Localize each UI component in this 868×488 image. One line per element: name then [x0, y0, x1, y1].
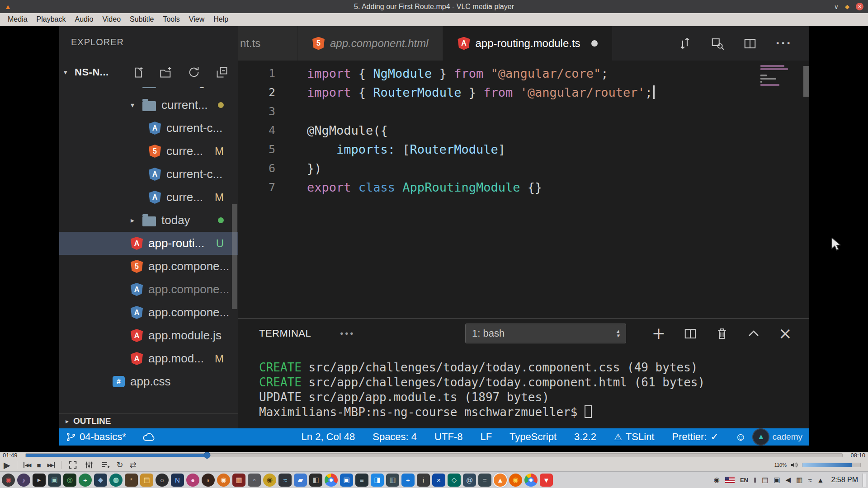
- taskbar-firefox-browser-icon[interactable]: ◉: [509, 474, 522, 487]
- tab-nt-ts[interactable]: nt.ts: [238, 26, 298, 61]
- collapse-all-icon[interactable]: [216, 66, 228, 79]
- taskbar-recorder-icon[interactable]: ◉: [2, 474, 15, 487]
- editor-scrollbar[interactable]: [803, 66, 809, 97]
- stop-button[interactable]: ■: [37, 460, 41, 470]
- taskbar-gray-app-icon[interactable]: ▫: [248, 474, 261, 487]
- tree-file-current-c[interactable]: Acurrent-c...: [59, 117, 238, 140]
- taskbar-chrome-browser-icon[interactable]: [325, 474, 338, 487]
- playlist-button[interactable]: [100, 460, 110, 470]
- taskbar-file-manager-icon[interactable]: ▰: [294, 474, 307, 487]
- code-editor[interactable]: 1234567 import { NgModule } from "@angul…: [238, 61, 809, 318]
- taskbar-blue-ide-icon[interactable]: ▣: [340, 474, 353, 487]
- taskbar-chrome-browser-2-icon[interactable]: [524, 474, 538, 487]
- terminal-more-icon[interactable]: •••: [340, 328, 355, 339]
- taskbar-screenshot-app-icon[interactable]: ◧: [309, 474, 322, 487]
- previous-button[interactable]: ◀◀: [24, 460, 31, 470]
- taskbar-wave-app-icon[interactable]: ≈: [278, 474, 292, 487]
- tab-app-routing-module-ts[interactable]: Aapp-routing.module.ts: [443, 26, 612, 61]
- taskbar-blue-x-app-icon[interactable]: ×: [432, 474, 445, 487]
- menu-view[interactable]: View: [185, 14, 208, 25]
- status-utf-8[interactable]: UTF-8: [434, 431, 462, 443]
- terminal-output[interactable]: CREATE src/app/challenges/today/today.co…: [238, 348, 809, 420]
- taskbar-red-grid-app-icon[interactable]: ▦: [232, 474, 245, 487]
- loop-button[interactable]: ↻: [117, 460, 123, 470]
- status-tslint[interactable]: ⚠TSLint: [614, 431, 655, 443]
- tray-expand-icon[interactable]: ▲: [817, 476, 824, 484]
- menu-playback[interactable]: Playback: [33, 14, 70, 25]
- maximize-icon[interactable]: ◆: [845, 3, 849, 10]
- outline-section[interactable]: ▸ OUTLINE: [59, 413, 238, 428]
- explorer-section-header[interactable]: ▾ NS-N...: [59, 58, 238, 87]
- taskbar-package-app-icon[interactable]: ◆: [94, 474, 107, 487]
- status-lf[interactable]: LF: [480, 431, 492, 443]
- new-terminal-icon[interactable]: +: [652, 327, 665, 340]
- keyboard-indicator-icon[interactable]: ▦: [796, 476, 802, 484]
- clipboard-indicator-icon[interactable]: ▣: [774, 476, 780, 484]
- taskbar-calc-app-icon[interactable]: =: [478, 474, 491, 487]
- close-icon[interactable]: ×: [856, 3, 863, 10]
- tree-file-curre[interactable]: Acurre...M: [59, 186, 238, 209]
- language-indicator[interactable]: EN: [740, 477, 748, 483]
- explorer-scrollbar[interactable]: [232, 204, 237, 309]
- taskbar-vlc-taskbar-icon[interactable]: ▲: [494, 474, 507, 487]
- status-spaces-4[interactable]: Spaces: 4: [373, 431, 417, 443]
- menu-subtitle[interactable]: Subtitle: [126, 14, 158, 25]
- seek-slider[interactable]: [25, 453, 843, 457]
- minimap[interactable]: [760, 65, 799, 87]
- terminal-tab[interactable]: TERMINAL: [259, 328, 311, 339]
- taskbar-blue-doc-app-icon[interactable]: ◨: [371, 474, 384, 487]
- taskbar-clock[interactable]: 2:58 PM: [831, 476, 858, 484]
- taskbar-build-tool-icon[interactable]: *: [125, 474, 138, 487]
- extended-settings-button[interactable]: [84, 460, 94, 470]
- taskbar-list-app-icon[interactable]: ≡: [355, 474, 368, 487]
- volume-slider[interactable]: [802, 463, 861, 467]
- taskbar-downloader-app-icon[interactable]: ▼: [540, 474, 553, 487]
- status-typescript[interactable]: TypeScript: [509, 431, 557, 443]
- taskbar-info-app-icon[interactable]: i: [417, 474, 430, 487]
- taskbar-pink-app-icon[interactable]: ●: [186, 474, 199, 487]
- network-indicator-icon[interactable]: ≈: [808, 476, 811, 484]
- menu-tools[interactable]: Tools: [159, 14, 184, 25]
- git-branch-item[interactable]: 04-basics*: [66, 431, 126, 443]
- taskbar-teal-app-icon[interactable]: ◇: [448, 474, 461, 487]
- taskbar-notes-app-icon[interactable]: N: [171, 474, 184, 487]
- taskbar-ide-dark-icon[interactable]: ▣: [48, 474, 61, 487]
- taskbar-terminal-emulator-icon[interactable]: ▸: [33, 474, 46, 487]
- open-preview-icon[interactable]: [711, 37, 724, 50]
- next-button[interactable]: ▶▶: [47, 460, 55, 470]
- split-terminal-icon[interactable]: [684, 327, 697, 340]
- taskbar-jar-app-icon[interactable]: ▤: [140, 474, 153, 487]
- tab-app-component-html[interactable]: 5app.component.html: [298, 26, 443, 61]
- menu-media[interactable]: Media: [4, 14, 32, 25]
- tree-file-app-compone[interactable]: Aapp.compone...: [59, 301, 238, 324]
- tree-file-current-c[interactable]: Acurrent-c...: [59, 163, 238, 186]
- git-compare-icon[interactable]: [678, 37, 692, 50]
- terminal-shell-select[interactable]: 1: bash ▴▾: [465, 324, 626, 343]
- keyboard-layout-flag-icon[interactable]: [725, 477, 735, 483]
- close-panel-icon[interactable]: ×: [778, 327, 792, 340]
- status-indicator-icon[interactable]: ◉: [714, 476, 720, 484]
- status-ln-2-col-48[interactable]: Ln 2, Col 48: [302, 431, 355, 443]
- new-folder-icon[interactable]: [160, 66, 172, 79]
- sync-cloud-icon[interactable]: [142, 432, 155, 442]
- taskbar-half-moon-app-icon[interactable]: ◗: [202, 474, 215, 487]
- speaker-icon[interactable]: [790, 461, 798, 469]
- taskbar-orange-app-icon[interactable]: ◉: [217, 474, 230, 487]
- seek-handle[interactable]: [203, 452, 210, 459]
- show-desktop-button[interactable]: [863, 474, 866, 487]
- tree-folder-challenges[interactable]: ▾challenges: [59, 87, 238, 94]
- minimize-icon[interactable]: ∨: [834, 3, 839, 10]
- maximize-panel-icon[interactable]: [747, 327, 760, 340]
- tree-file-curre[interactable]: 5curre...M: [59, 140, 238, 163]
- notes-indicator-icon[interactable]: ▤: [762, 476, 768, 484]
- fullscreen-button[interactable]: [68, 460, 78, 470]
- tree-folder-today[interactable]: ▸today: [59, 209, 238, 232]
- menu-audio[interactable]: Audio: [71, 14, 98, 25]
- tree-file-app-routi[interactable]: Aapp-routi...U: [59, 232, 238, 255]
- tree-file-app-module-js[interactable]: Aapp.module.js: [59, 324, 238, 347]
- more-actions-icon[interactable]: ···: [776, 39, 792, 48]
- feedback-smiley-icon[interactable]: ☺: [735, 431, 746, 443]
- play-button[interactable]: ▶: [4, 460, 10, 470]
- menu-help[interactable]: Help: [209, 14, 232, 25]
- tree-file-app-mod[interactable]: Aapp.mod...M: [59, 347, 238, 370]
